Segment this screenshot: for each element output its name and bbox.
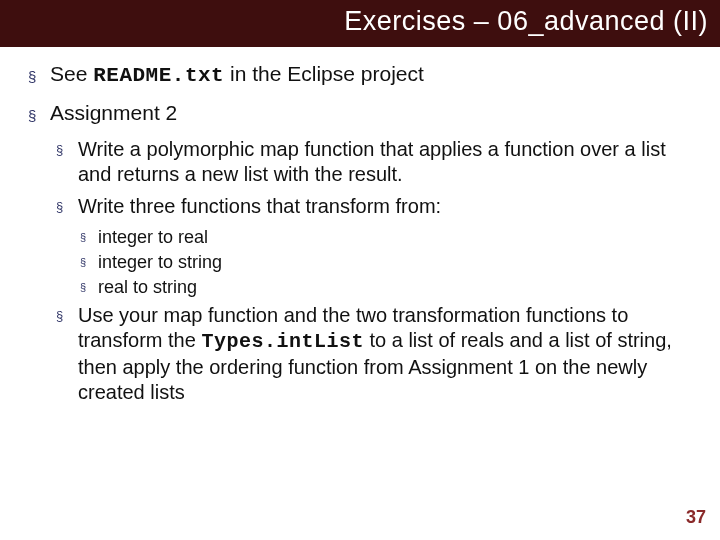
text-map-fn: Write a polymorphic map function that ap… bbox=[78, 138, 666, 186]
slide-body: § See README.txt in the Eclipse project … bbox=[0, 47, 720, 406]
text-assignment: Assignment 2 bbox=[50, 101, 177, 124]
text-see-post: in the Eclipse project bbox=[224, 62, 424, 85]
bullet-int-real: § integer to real bbox=[80, 226, 702, 249]
page-number: 37 bbox=[686, 507, 706, 528]
bullet-icon: § bbox=[56, 142, 63, 159]
bullet-icon: § bbox=[80, 280, 86, 294]
bullet-three-fn: § Write three functions that transform f… bbox=[56, 194, 702, 220]
text-int-real: integer to real bbox=[98, 227, 208, 247]
bullet-real-string: § real to string bbox=[80, 276, 702, 299]
bullet-icon: § bbox=[80, 255, 86, 269]
bullet-see-readme: § See README.txt in the Eclipse project bbox=[28, 61, 702, 90]
bullet-icon: § bbox=[80, 230, 86, 244]
text-three-fn: Write three functions that transform fro… bbox=[78, 195, 441, 217]
bullet-map-fn: § Write a polymorphic map function that … bbox=[56, 137, 702, 188]
text-int-string: integer to string bbox=[98, 252, 222, 272]
bullet-assignment: § Assignment 2 bbox=[28, 100, 702, 127]
text-see-pre: See bbox=[50, 62, 93, 85]
bullet-icon: § bbox=[28, 106, 36, 125]
text-types: Types.intList bbox=[201, 330, 364, 353]
text-readme: README.txt bbox=[93, 64, 224, 87]
bullet-icon: § bbox=[28, 67, 36, 86]
text-real-string: real to string bbox=[98, 277, 197, 297]
bullet-use-map: § Use your map function and the two tran… bbox=[56, 303, 702, 406]
bullet-icon: § bbox=[56, 308, 63, 325]
slide: Exercises – 06_advanced (II) § See READM… bbox=[0, 0, 720, 540]
sublist-assignment: § Write a polymorphic map function that … bbox=[56, 137, 702, 406]
bullet-icon: § bbox=[56, 199, 63, 216]
bullet-int-string: § integer to string bbox=[80, 251, 702, 274]
slide-title: Exercises – 06_advanced (II) bbox=[0, 0, 720, 47]
sublist-transforms: § integer to real § integer to string § … bbox=[80, 226, 702, 299]
